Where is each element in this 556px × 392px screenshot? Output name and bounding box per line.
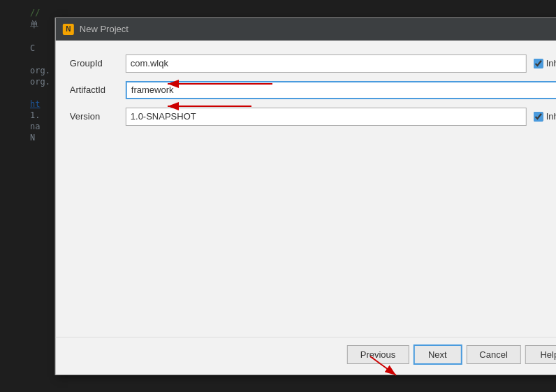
new-project-dialog: N New Project ✕ GroupId Inherit Artifact… bbox=[55, 17, 556, 375]
version-inherit-label: Inherit bbox=[534, 111, 556, 122]
titlebar-left: N New Project bbox=[63, 24, 129, 35]
artifact-id-input[interactable] bbox=[126, 81, 556, 99]
dialog-footer: Previous Next Cancel Help bbox=[56, 337, 556, 375]
previous-button[interactable]: Previous bbox=[347, 345, 409, 364]
dialog-spacer bbox=[70, 134, 556, 330]
version-input[interactable] bbox=[126, 108, 527, 126]
group-id-inherit-label: Inherit bbox=[534, 58, 556, 68]
dialog-body: GroupId Inherit ArtifactId Version Inher… bbox=[56, 41, 556, 337]
dialog-icon: N bbox=[63, 24, 74, 35]
artifact-id-label: ArtifactId bbox=[70, 85, 126, 95]
next-button[interactable]: Next bbox=[413, 344, 462, 365]
help-button[interactable]: Help bbox=[525, 345, 556, 364]
group-id-inherit-checkbox[interactable] bbox=[534, 59, 543, 68]
version-label: Version bbox=[70, 111, 126, 122]
dialog-overlay: N New Project ✕ GroupId Inherit Artifact… bbox=[0, 0, 556, 392]
group-id-label: GroupId bbox=[70, 58, 126, 68]
dialog-titlebar: N New Project ✕ bbox=[56, 18, 556, 41]
group-id-row: GroupId Inherit bbox=[70, 55, 556, 73]
group-id-input[interactable] bbox=[126, 55, 527, 73]
version-row: Version Inherit bbox=[70, 108, 556, 126]
dialog-title: New Project bbox=[80, 24, 129, 34]
version-inherit-checkbox[interactable] bbox=[534, 112, 543, 122]
artifact-id-row: ArtifactId bbox=[70, 81, 556, 99]
cancel-button[interactable]: Cancel bbox=[466, 345, 520, 364]
